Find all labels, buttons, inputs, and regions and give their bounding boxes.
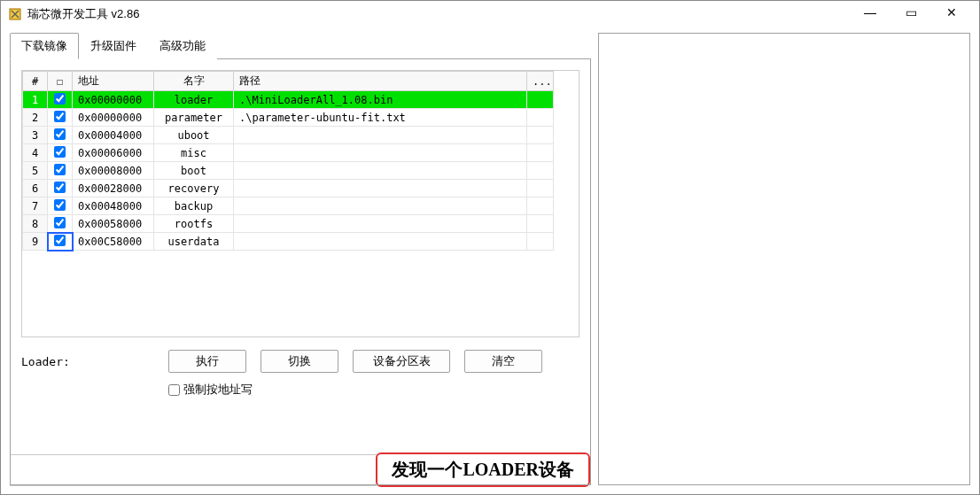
cell-check[interactable] — [48, 215, 73, 233]
force-write-checkbox[interactable] — [168, 384, 180, 396]
cell-more[interactable] — [527, 91, 554, 109]
tab-upgrade[interactable]: 升级固件 — [79, 33, 148, 59]
cell-path[interactable]: .\MiniLoaderAll_1.08.bin — [234, 91, 527, 109]
cell-name[interactable]: misc — [154, 144, 234, 162]
table-row[interactable]: 90x00C58000userdata — [23, 233, 554, 251]
table-row[interactable]: 20x00000000parameter.\parameter-ubuntu-f… — [23, 109, 554, 127]
switch-button[interactable]: 切换 — [261, 350, 338, 373]
tab-bar: 下载镜像 升级固件 高级功能 — [10, 33, 591, 59]
cell-path[interactable] — [234, 144, 527, 162]
cell-name[interactable]: loader — [154, 91, 234, 109]
cell-check[interactable] — [48, 233, 73, 251]
table-row[interactable]: 40x00006000misc — [23, 144, 554, 162]
col-path[interactable]: 路径 — [234, 72, 527, 91]
cell-more[interactable] — [527, 162, 554, 180]
cell-check[interactable] — [48, 91, 73, 109]
window-controls: — ▭ ✕ — [850, 3, 972, 26]
cell-name[interactable]: recovery — [154, 180, 234, 197]
cell-address[interactable]: 0x00008000 — [73, 162, 154, 180]
cell-address[interactable]: 0x00006000 — [73, 144, 154, 162]
cell-name[interactable]: backup — [154, 197, 234, 215]
cell-more[interactable] — [527, 197, 554, 215]
log-panel[interactable] — [598, 33, 970, 485]
row-checkbox[interactable] — [54, 128, 66, 140]
cell-index[interactable]: 2 — [23, 109, 48, 127]
action-row: Loader: 执行 切换 设备分区表 清空 — [21, 350, 579, 373]
cell-index[interactable]: 8 — [23, 215, 48, 233]
cell-path[interactable] — [234, 233, 527, 251]
cell-check[interactable] — [48, 144, 73, 162]
minimize-button[interactable]: — — [850, 0, 891, 26]
row-checkbox[interactable] — [54, 111, 66, 122]
cell-address[interactable]: 0x00058000 — [73, 215, 154, 233]
tab-advanced[interactable]: 高级功能 — [148, 33, 217, 59]
table-row[interactable]: 80x00058000rootfs — [23, 215, 554, 233]
row-checkbox[interactable] — [54, 93, 66, 104]
maximize-button[interactable]: ▭ — [891, 0, 931, 26]
cell-address[interactable]: 0x00048000 — [73, 197, 154, 215]
row-checkbox[interactable] — [54, 217, 66, 228]
cell-index[interactable]: 3 — [23, 127, 48, 144]
cell-address[interactable]: 0x00C58000 — [73, 233, 154, 251]
cell-path[interactable] — [234, 197, 527, 215]
cell-name[interactable]: userdata — [154, 233, 234, 251]
cell-more[interactable] — [527, 180, 554, 197]
cell-path[interactable] — [234, 162, 527, 180]
col-more[interactable]: ... — [527, 72, 554, 91]
cell-name[interactable]: uboot — [154, 127, 234, 144]
cell-index[interactable]: 6 — [23, 180, 48, 197]
row-checkbox[interactable] — [54, 199, 66, 211]
content-area: 下载镜像 升级固件 高级功能 # ☐ 地址 名字 — [1, 27, 979, 494]
cell-index[interactable]: 1 — [23, 91, 48, 109]
col-index[interactable]: # — [23, 72, 48, 91]
table-row[interactable]: 30x00004000uboot — [23, 127, 554, 144]
cell-more[interactable] — [527, 233, 554, 251]
table-row[interactable]: 50x00008000boot — [23, 162, 554, 180]
window-title: 瑞芯微开发工具 v2.86 — [27, 6, 850, 22]
cell-path[interactable] — [234, 180, 527, 197]
partition-button[interactable]: 设备分区表 — [353, 350, 450, 373]
cell-index[interactable]: 7 — [23, 197, 48, 215]
cell-check[interactable] — [48, 180, 73, 197]
row-checkbox[interactable] — [54, 235, 66, 246]
row-checkbox[interactable] — [54, 146, 66, 158]
cell-path[interactable] — [234, 127, 527, 144]
cell-name[interactable]: parameter — [154, 109, 234, 127]
tab-body-download: # ☐ 地址 名字 路径 ... 10x00000000loader.\Mini… — [10, 58, 591, 485]
cell-name[interactable]: boot — [154, 162, 234, 180]
cell-path[interactable]: .\parameter-ubuntu-fit.txt — [234, 109, 527, 127]
row-checkbox[interactable] — [54, 164, 66, 175]
table-row[interactable]: 60x00028000recovery — [23, 180, 554, 197]
cell-more[interactable] — [527, 109, 554, 127]
cell-more[interactable] — [527, 215, 554, 233]
cell-index[interactable]: 9 — [23, 233, 48, 251]
partition-table-wrap: # ☐ 地址 名字 路径 ... 10x00000000loader.\Mini… — [22, 71, 554, 336]
cell-more[interactable] — [527, 144, 554, 162]
cell-check[interactable] — [48, 127, 73, 144]
cell-check[interactable] — [48, 197, 73, 215]
cell-address[interactable]: 0x00000000 — [73, 91, 154, 109]
cell-address[interactable]: 0x00028000 — [73, 180, 154, 197]
col-address[interactable]: 地址 — [73, 72, 154, 91]
execute-button[interactable]: 执行 — [168, 350, 246, 373]
cell-index[interactable]: 5 — [23, 162, 48, 180]
table-row[interactable]: 10x00000000loader.\MiniLoaderAll_1.08.bi… — [23, 91, 554, 109]
close-button[interactable]: ✕ — [931, 0, 972, 26]
cell-index[interactable]: 4 — [23, 144, 48, 162]
cell-address[interactable]: 0x00004000 — [73, 127, 154, 144]
partition-table[interactable]: # ☐ 地址 名字 路径 ... 10x00000000loader.\Mini… — [22, 71, 554, 251]
table-row[interactable]: 70x00048000backup — [23, 197, 554, 215]
col-check[interactable]: ☐ — [48, 72, 73, 91]
col-name[interactable]: 名字 — [154, 72, 234, 91]
table-scrollpane[interactable]: # ☐ 地址 名字 路径 ... 10x00000000loader.\Mini… — [21, 70, 579, 337]
cell-check[interactable] — [48, 162, 73, 180]
cell-name[interactable]: rootfs — [154, 215, 234, 233]
titlebar[interactable]: 瑞芯微开发工具 v2.86 — ▭ ✕ — [1, 1, 979, 27]
cell-address[interactable]: 0x00000000 — [73, 109, 154, 127]
cell-path[interactable] — [234, 215, 527, 233]
cell-check[interactable] — [48, 109, 73, 127]
tab-download[interactable]: 下载镜像 — [10, 33, 79, 59]
clear-button[interactable]: 清空 — [464, 350, 542, 373]
cell-more[interactable] — [527, 127, 554, 144]
row-checkbox[interactable] — [54, 182, 66, 193]
